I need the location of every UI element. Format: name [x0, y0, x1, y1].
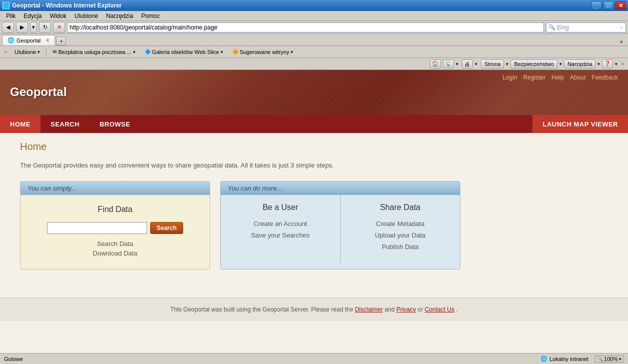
bezpieczenstwo-btn[interactable]: Bezpieczeństwo: [510, 60, 557, 68]
close-btn[interactable]: ✕: [615, 1, 626, 10]
bezpieczenstwo-arrow[interactable]: ▾: [559, 62, 562, 66]
site-title: Geoportal: [10, 85, 618, 99]
menu-bar: Plik Edycja Widok Ulubione Narzędzia Pom…: [0, 11, 628, 21]
more-options-card-header: You can do more...: [221, 182, 460, 195]
about-link[interactable]: About: [570, 74, 585, 81]
fav-suggested-label: Sugerowane witryny: [240, 49, 289, 55]
window-controls[interactable]: _ □ ✕: [591, 1, 626, 10]
tab-geoportal[interactable]: 🌐 Geoportal ✕: [2, 35, 55, 46]
create-metadata-link[interactable]: Create Metadata: [347, 220, 454, 228]
fav-email[interactable]: ✉ Bezpłatna usługa pocztowa ... ▾: [50, 48, 138, 56]
find-data-input[interactable]: [47, 222, 147, 234]
address-input[interactable]: [67, 22, 544, 32]
fav-suggested-icon: 🔶: [232, 49, 238, 54]
address-bar: ◀ ▶ ▾ ↻ ✕ 🔍 Bing →: [0, 21, 628, 34]
help-link[interactable]: Help: [551, 74, 564, 81]
page-footer: This Geoportal was built using the Geopo…: [0, 298, 628, 321]
share-data-col: Share Data Create Metadata Upload your D…: [341, 195, 460, 262]
footer-period: .: [456, 306, 457, 313]
narzedzia-btn[interactable]: Narzędzia: [564, 60, 596, 68]
upload-data-link[interactable]: Upload your Data: [347, 232, 454, 239]
fav-suggested[interactable]: 🔶 Sugerowane witryny ▾: [229, 48, 296, 56]
share-data-title: Share Data: [347, 203, 454, 212]
register-link[interactable]: Register: [523, 74, 546, 81]
be-user-col: Be a User Create an Account Save your Se…: [221, 195, 341, 262]
tabs-bar: 🌐 Geoportal ✕ + »: [0, 34, 628, 46]
save-searches-link[interactable]: Save your Searches: [227, 232, 334, 239]
back-btn[interactable]: ◀: [2, 22, 14, 33]
find-data-card-body: Find Data Search Search Data Download Da…: [21, 195, 210, 269]
window-title: Geoportal - Windows Internet Explorer: [12, 2, 122, 9]
nav-browse[interactable]: BROWSE: [90, 115, 141, 133]
more-options-card: You can do more... Be a User Create an A…: [220, 181, 460, 270]
ie-toolbar: 🏠 📡 ▾ 🖨 ▾ Strona ▾ Bezpieczeństwo ▾ Narz…: [0, 58, 628, 70]
browser-content: Login Register Help About Feedback Geopo…: [0, 70, 628, 353]
login-link[interactable]: Login: [502, 74, 517, 81]
top-links: Login Register Help About Feedback: [10, 74, 618, 81]
title-bar-left: 🌐 Geoportal - Windows Internet Explorer: [2, 2, 122, 10]
toolbar-expand[interactable]: »: [621, 61, 624, 66]
page-description: The Geoportal provides easy and convenie…: [20, 160, 440, 171]
publish-data-link[interactable]: Publish Data: [347, 243, 454, 250]
fav-ulubione-label: Ulubione: [15, 49, 36, 55]
menu-pomoc[interactable]: Pomoc: [137, 12, 164, 20]
launch-map-viewer-btn[interactable]: LAUNCH MAP VIEWER: [532, 115, 628, 133]
help-toolbar-btn[interactable]: ❓: [602, 60, 613, 68]
menu-narzedzia[interactable]: Narzędzia: [102, 12, 137, 20]
rss-toolbar-btn[interactable]: 📡: [443, 60, 454, 68]
disclaimer-link[interactable]: Disclaimer: [355, 306, 383, 313]
strona-arrow[interactable]: ▾: [506, 62, 508, 66]
menu-arrow-btn[interactable]: ▾: [30, 22, 37, 33]
forward-btn[interactable]: ▶: [16, 22, 28, 33]
menu-widok[interactable]: Widok: [46, 12, 70, 20]
fav-ulubione[interactable]: Ulubione ▾: [12, 48, 43, 56]
footer-text-after: or: [418, 306, 425, 313]
search-bar-label[interactable]: Bing: [557, 24, 617, 31]
minimize-btn[interactable]: _: [591, 1, 602, 10]
home-toolbar-btn[interactable]: 🏠: [430, 60, 441, 68]
main-nav: HOME SEARCH BROWSE LAUNCH MAP VIEWER: [0, 115, 628, 133]
new-tab-btn[interactable]: +: [56, 36, 66, 46]
fav-email-icon: ✉: [53, 49, 57, 54]
help-arrow[interactable]: ▾: [615, 62, 619, 66]
tab-scroll-right[interactable]: »: [620, 39, 626, 46]
refresh-btn[interactable]: ↻: [39, 22, 51, 33]
find-data-search-btn[interactable]: Search: [150, 222, 183, 234]
gp-header: Login Register Help About Feedback Geopo…: [0, 70, 628, 115]
privacy-link[interactable]: Privacy: [396, 306, 416, 313]
create-account-link[interactable]: Create an Account: [227, 220, 334, 228]
fav-gallery[interactable]: 🔷 Galeria obiektów Web Slice ▾: [142, 48, 226, 56]
bing-icon: 🔍: [548, 24, 555, 30]
menu-edycja[interactable]: Edycja: [20, 12, 46, 20]
nav-home[interactable]: HOME: [0, 115, 41, 133]
menu-ulubione[interactable]: Ulubione: [71, 12, 102, 20]
fav-gallery-arrow: ▾: [221, 50, 223, 54]
print-toolbar-btn[interactable]: 🖨: [462, 60, 473, 68]
rss-arrow[interactable]: ▾: [456, 62, 460, 66]
narzedzia-arrow[interactable]: ▾: [597, 62, 600, 66]
card-links: Search Data Download Data: [29, 240, 202, 257]
menu-plik[interactable]: Plik: [2, 12, 20, 20]
search-row: Search: [29, 222, 202, 234]
ie-icon: 🌐: [2, 2, 10, 10]
contact-us-link[interactable]: Contact Us: [425, 306, 454, 313]
header-content: Login Register Help About Feedback Geopo…: [0, 70, 628, 103]
tab-close[interactable]: ✕: [46, 38, 50, 43]
download-data-link[interactable]: Download Data: [29, 250, 202, 257]
fav-gallery-icon: 🔷: [145, 49, 151, 54]
maximize-btn[interactable]: □: [603, 1, 614, 10]
search-bar-go[interactable]: →: [618, 24, 623, 30]
page-title: Home: [20, 141, 608, 152]
feedback-link[interactable]: Feedback: [591, 74, 618, 81]
print-arrow[interactable]: ▾: [475, 62, 479, 66]
nav-search[interactable]: SEARCH: [41, 115, 90, 133]
stop-btn[interactable]: ✕: [53, 22, 65, 33]
right-card-cols: Be a User Create an Account Save your Se…: [221, 195, 460, 262]
search-data-link[interactable]: Search Data: [29, 240, 202, 248]
footer-text-middle: and: [385, 306, 396, 313]
geoportal-container: Login Register Help About Feedback Geopo…: [0, 70, 628, 321]
strona-btn[interactable]: Strona: [481, 60, 504, 68]
find-data-title: Find Data: [29, 205, 202, 214]
be-user-title: Be a User: [227, 203, 334, 212]
fav-gallery-label: Galeria obiektów Web Slice: [152, 49, 219, 55]
